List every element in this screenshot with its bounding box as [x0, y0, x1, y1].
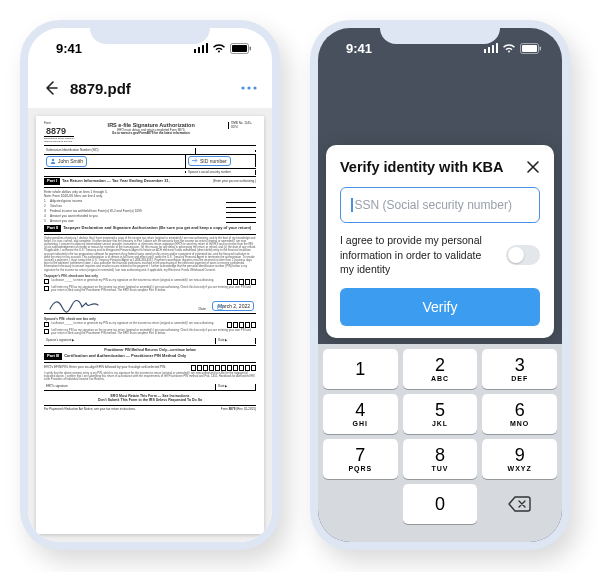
sid-field-pill[interactable]: SID number [188, 156, 231, 166]
ssn-placeholder: SSN (Social security number) [355, 198, 512, 212]
part1-badge: Part I [44, 178, 60, 185]
svg-rect-10 [522, 45, 537, 52]
svg-rect-11 [540, 46, 542, 50]
wifi-icon [502, 43, 516, 53]
back-arrow-icon[interactable] [42, 79, 60, 97]
key-backspace[interactable] [482, 484, 557, 524]
signature-icon [48, 295, 108, 313]
battery-icon [520, 43, 542, 54]
key-8[interactable]: 8TUV [403, 439, 478, 479]
key-4[interactable]: 4GHI [323, 394, 398, 434]
key-1[interactable]: 1 [323, 349, 398, 389]
part2-badge: Part II [44, 225, 61, 232]
consent-toggle[interactable] [506, 245, 540, 265]
modal-title: Verify identity with KBA [340, 159, 504, 175]
signal-icon [484, 43, 499, 53]
form-number: 8879 [44, 126, 74, 138]
form-8879: Form 8879 Department of the TreasuryInte… [36, 116, 264, 534]
key-blank [323, 484, 398, 524]
svg-rect-1 [232, 45, 247, 52]
svg-point-6 [52, 159, 54, 161]
consent-text: I agree to provide my personal informati… [340, 233, 498, 276]
part3-title: Certification and Authentication — Pract… [64, 354, 186, 359]
ssn-input[interactable]: SSN (Social security number) [340, 187, 540, 224]
name-value: John Smith [58, 158, 83, 164]
status-time: 9:41 [56, 41, 82, 56]
battery-icon [230, 43, 252, 54]
part1-title: Tax Return Information — Tax Year Ending… [62, 179, 170, 184]
doc-title: 8879.pdf [70, 80, 230, 97]
verify-button[interactable]: Verify [340, 288, 540, 326]
notch [380, 20, 500, 44]
signal-icon [194, 43, 209, 53]
close-icon[interactable] [526, 160, 540, 174]
svg-rect-7 [218, 305, 223, 310]
notch [90, 20, 210, 44]
key-0[interactable]: 0 [403, 484, 478, 524]
sid-label: SID number [200, 158, 227, 164]
signature-area[interactable]: March 2, 2022 Date [44, 296, 256, 314]
svg-point-4 [247, 86, 250, 89]
phone-kba-verify: 9:41 Verify identity with KBA SSN (Socia… [310, 20, 570, 550]
svg-rect-2 [250, 46, 252, 50]
part2-title: Taxpayer Declaration and Signature Autho… [63, 226, 251, 231]
key-9[interactable]: 9WXYZ [482, 439, 557, 479]
doc-header: 8879.pdf [28, 68, 272, 108]
date-field-pill[interactable]: March 2, 2022 [212, 301, 254, 311]
kba-modal: Verify identity with KBA SSN (Social sec… [326, 145, 554, 338]
key-2[interactable]: 2ABC [403, 349, 478, 389]
declaration-text: Under penalties of perjury, I declare th… [44, 237, 256, 272]
backspace-icon [508, 495, 532, 513]
more-icon[interactable] [240, 86, 258, 90]
svg-point-3 [241, 86, 244, 89]
wifi-icon [212, 43, 226, 53]
doc-viewport[interactable]: Form 8879 Department of the TreasuryInte… [28, 108, 272, 542]
key-6[interactable]: 6MNO [482, 394, 557, 434]
arrow-right-icon [192, 158, 198, 164]
key-5[interactable]: 5JKL [403, 394, 478, 434]
svg-point-5 [253, 86, 256, 89]
key-3[interactable]: 3DEF [482, 349, 557, 389]
name-field-pill[interactable]: John Smith [46, 156, 87, 167]
numeric-keypad: 1 2ABC 3DEF 4GHI 5JKL 6MNO 7PQRS 8TUV 9W… [318, 344, 562, 542]
phone-document-viewer: 9:41 8879.pdf Form 8879 Department of th… [20, 20, 280, 550]
part3-badge: Part III [44, 353, 62, 360]
person-icon [50, 158, 56, 165]
status-time: 9:41 [346, 41, 372, 56]
key-7[interactable]: 7PQRS [323, 439, 398, 479]
